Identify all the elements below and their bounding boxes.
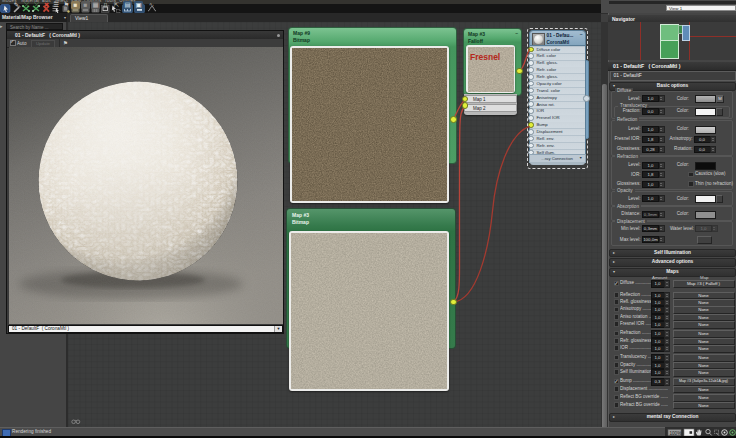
svg-text:100%: 100%	[670, 431, 682, 436]
